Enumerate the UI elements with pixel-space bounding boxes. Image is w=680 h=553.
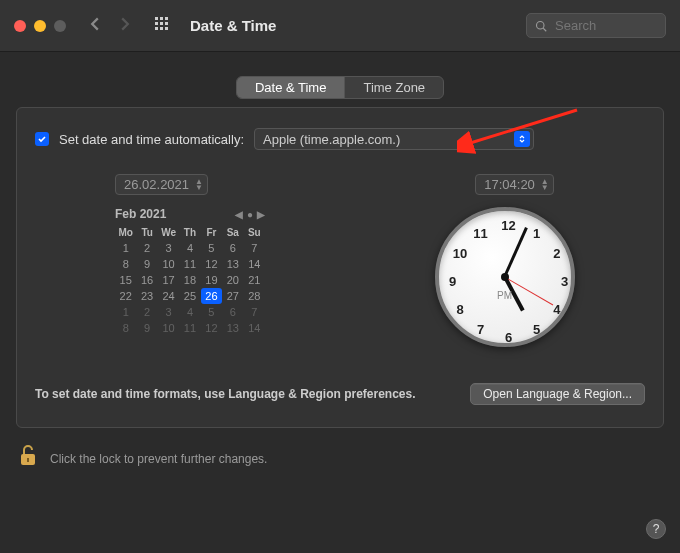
minimize-button[interactable] [34,20,46,32]
svg-rect-8 [165,27,168,30]
calendar-day[interactable]: 18 [179,272,200,288]
svg-rect-3 [155,22,158,25]
calendar-day[interactable]: 17 [158,272,179,288]
calendar-day[interactable]: 2 [136,304,157,320]
auto-time-checkbox[interactable] [35,132,49,146]
clock-numeral: 11 [471,225,491,240]
forward-button[interactable] [118,17,132,34]
calendar-day[interactable]: 5 [201,240,222,256]
time-column: 17:04:20 ▲ ▼ 121234567891011 PM [388,174,621,347]
calendar-day[interactable]: 16 [136,272,157,288]
date-stepper[interactable]: 26.02.2021 ▲ ▼ [115,174,208,195]
close-button[interactable] [14,20,26,32]
calendar-day[interactable]: 2 [136,240,157,256]
date-value: 26.02.2021 [124,177,189,192]
time-stepper[interactable]: 17:04:20 ▲ ▼ [475,174,554,195]
segmented-control: Date & Time Time Zone [236,76,444,99]
calendar-day[interactable]: 7 [244,304,265,320]
search-input[interactable] [553,17,653,34]
calendar-day[interactable]: 8 [115,256,136,272]
help-button[interactable]: ? [646,519,666,539]
svg-rect-5 [165,22,168,25]
chevron-left-icon [88,17,102,31]
svg-rect-0 [155,17,158,20]
calendar-day[interactable]: 4 [179,240,200,256]
calendar-day[interactable]: 6 [222,304,243,320]
stepper-arrows: ▲ ▼ [541,179,549,191]
calendar-dow: Fr [201,225,222,240]
show-all-button[interactable] [154,16,170,35]
calendar-dow: Tu [136,225,157,240]
svg-line-10 [543,28,546,31]
minute-hand [503,227,528,278]
calendar-day[interactable]: 4 [179,304,200,320]
calendar-day[interactable]: 12 [201,320,222,336]
clock-numeral: 12 [499,218,519,233]
clock-center [501,273,509,281]
calendar-day[interactable]: 13 [222,256,243,272]
window-title: Date & Time [190,17,276,34]
calendar-day[interactable]: 27 [222,288,243,304]
calendar-day[interactable]: 12 [201,256,222,272]
lock-hint: Click the lock to prevent further change… [50,452,267,466]
cal-next-icon[interactable]: ▶ [257,209,265,220]
auto-time-label: Set date and time automatically: [59,132,244,147]
calendar-day[interactable]: 6 [222,240,243,256]
cal-today-icon[interactable]: ● [247,209,253,220]
calendar[interactable]: Feb 2021 ◀ ● ▶ MoTuWeThFrSaSu 1234567891… [115,207,265,336]
calendar-day[interactable]: 5 [201,304,222,320]
svg-rect-6 [155,27,158,30]
calendar-day[interactable]: 1 [115,240,136,256]
grid-icon [154,16,170,32]
search-field[interactable] [526,13,666,38]
calendar-day[interactable]: 11 [179,256,200,272]
svg-rect-4 [160,22,163,25]
calendar-day[interactable]: 26 [201,288,222,304]
zoom-button[interactable] [54,20,66,32]
calendar-day[interactable]: 14 [244,256,265,272]
lock-button[interactable] [18,444,38,473]
calendar-dow: Th [179,225,200,240]
calendar-day[interactable]: 22 [115,288,136,304]
calendar-day[interactable]: 20 [222,272,243,288]
nav-arrows [88,17,132,34]
time-server-select[interactable]: Apple (time.apple.com.) [254,128,534,150]
cal-prev-icon[interactable]: ◀ [235,209,243,220]
calendar-day[interactable]: 28 [244,288,265,304]
window-controls [14,20,66,32]
calendar-day[interactable]: 14 [244,320,265,336]
calendar-day[interactable]: 15 [115,272,136,288]
calendar-day[interactable]: 13 [222,320,243,336]
calendar-day[interactable]: 25 [179,288,200,304]
calendar-day[interactable]: 9 [136,256,157,272]
calendar-day[interactable]: 11 [179,320,200,336]
unlocked-lock-icon [18,444,38,468]
columns: 26.02.2021 ▲ ▼ Feb 2021 ◀ ● ▶ [115,174,621,347]
svg-rect-7 [160,27,163,30]
calendar-day[interactable]: 8 [115,320,136,336]
svg-rect-1 [160,17,163,20]
calendar-grid: MoTuWeThFrSaSu 1234567891011121314151617… [115,225,265,336]
calendar-dow: We [158,225,179,240]
clock-numeral: 2 [547,246,567,261]
calendar-day[interactable]: 7 [244,240,265,256]
calendar-day[interactable]: 24 [158,288,179,304]
calendar-day[interactable]: 21 [244,272,265,288]
svg-point-9 [537,21,545,29]
open-language-region-button[interactable]: Open Language & Region... [470,383,645,405]
calendar-day[interactable]: 3 [158,304,179,320]
calendar-day[interactable]: 9 [136,320,157,336]
calendar-day[interactable]: 23 [136,288,157,304]
tab-date-time[interactable]: Date & Time [237,77,346,98]
clock-numeral: 3 [555,274,575,289]
calendar-day[interactable]: 19 [201,272,222,288]
svg-rect-13 [27,458,29,462]
clock-numeral: 8 [450,302,470,317]
calendar-day[interactable]: 3 [158,240,179,256]
calendar-day[interactable]: 1 [115,304,136,320]
date-column: 26.02.2021 ▲ ▼ Feb 2021 ◀ ● ▶ [115,174,348,347]
back-button[interactable] [88,17,102,34]
calendar-day[interactable]: 10 [158,256,179,272]
tab-time-zone[interactable]: Time Zone [345,77,443,98]
calendar-day[interactable]: 10 [158,320,179,336]
